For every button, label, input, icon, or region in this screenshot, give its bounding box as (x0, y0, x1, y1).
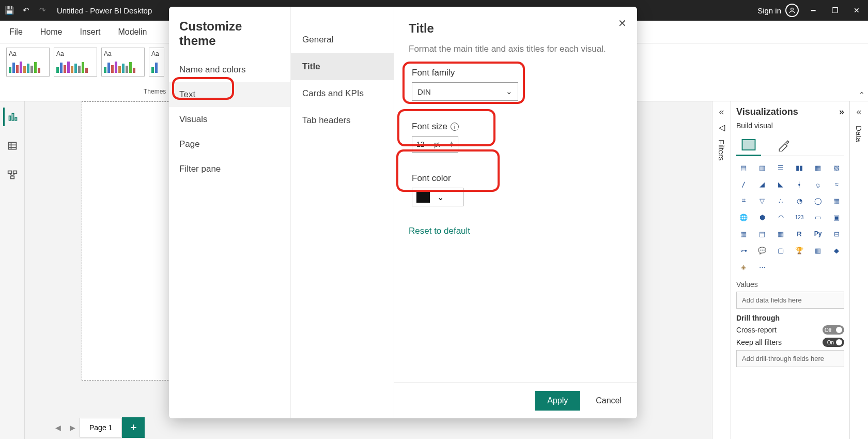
modal-nav-name-colors[interactable]: Name and colors (169, 57, 290, 82)
waterfall-icon[interactable]: ⌗ (736, 194, 751, 207)
treemap-icon[interactable]: ▦ (829, 194, 844, 207)
expand-filters-icon[interactable]: « (719, 107, 724, 117)
filled-map-icon[interactable]: ⬢ (755, 211, 769, 223)
py-visual-icon[interactable]: Py (811, 228, 825, 240)
font-family-select[interactable]: DIN ⌄ (412, 82, 518, 101)
report-view-button[interactable] (3, 108, 22, 126)
save-icon[interactable]: 💾 (4, 5, 14, 16)
gauge-icon[interactable]: 123 (792, 211, 807, 223)
cross-report-label: Cross-report (736, 326, 777, 334)
ribbon-tab-file[interactable]: File (9, 27, 23, 37)
close-dialog-button[interactable]: ✕ (618, 17, 627, 29)
theme-thumb[interactable]: Aa (149, 48, 164, 77)
close-window-button[interactable]: ✕ (849, 3, 864, 18)
r-visual-icon[interactable]: R (792, 228, 807, 240)
cancel-button[interactable]: Cancel (596, 396, 622, 405)
collapse-viz-icon[interactable]: » (839, 107, 844, 117)
redo-icon[interactable]: ↷ (37, 5, 48, 16)
modal-subnav-title[interactable]: Title (291, 53, 394, 80)
kpi-icon[interactable]: ▦ (736, 228, 751, 240)
spinner-icon[interactable]: ▲▼ (450, 141, 454, 148)
modal-left-nav: Customize theme Name and colors Text Vis… (169, 7, 291, 418)
modal-subnav-tab-headers[interactable]: Tab headers (291, 107, 394, 134)
drill-through-drop-zone[interactable]: Add drill-through fields here (736, 350, 844, 367)
ribbon-tab-home[interactable]: Home (40, 27, 63, 37)
customize-theme-dialog: Customize theme Name and colors Text Vis… (169, 7, 637, 418)
azure-map-icon[interactable]: ◠ (773, 211, 788, 223)
narrative-icon[interactable]: ▢ (773, 244, 788, 256)
modal-nav-visuals[interactable]: Visuals (169, 107, 290, 132)
values-drop-zone[interactable]: Add data fields here (736, 292, 844, 309)
window-title: Untitled - Power BI Desktop (57, 6, 152, 15)
ribbon-tab-insert[interactable]: Insert (80, 27, 100, 37)
table-icon[interactable]: ▦ (773, 228, 788, 240)
font-size-input[interactable]: 12 pt ▲▼ (412, 136, 458, 153)
more-visuals-icon[interactable]: ⋯ (755, 261, 769, 273)
data-panel-collapsed[interactable]: « Data (849, 101, 868, 439)
model-view-button[interactable] (3, 165, 22, 184)
add-page-button[interactable]: + (122, 417, 145, 438)
card-icon[interactable]: ▭ (811, 211, 825, 223)
ribbon-expand-icon[interactable]: ⌃ (859, 90, 865, 99)
stacked-bar-icon[interactable]: ▤ (736, 161, 751, 174)
format-visual-tab[interactable] (771, 134, 796, 156)
line-column-icon[interactable]: ⍿ (792, 178, 807, 190)
modal-subnav-cards-kpis[interactable]: Cards and KPIs (291, 80, 394, 107)
page-next-button[interactable]: ▶ (65, 423, 80, 432)
qa-icon[interactable]: 💬 (755, 244, 769, 256)
apply-button[interactable]: Apply (535, 391, 580, 411)
scatter-icon[interactable]: ∴ (773, 194, 788, 207)
power-apps-icon[interactable]: ◆ (829, 244, 844, 256)
multi-card-icon[interactable]: ▣ (829, 211, 844, 223)
map-icon[interactable]: 🌐 (736, 211, 751, 223)
filters-panel-label: Filters (717, 140, 726, 161)
decomposition-icon[interactable]: ⊶ (736, 244, 751, 256)
drill-through-label: Drill through (736, 314, 844, 322)
modal-subnav-general[interactable]: General (291, 26, 394, 53)
goals-icon[interactable]: 🏆 (792, 244, 807, 256)
filters-funnel-icon: ◁ (719, 123, 725, 132)
theme-thumb[interactable]: Aa (54, 48, 97, 77)
keep-filters-toggle[interactable]: On (823, 338, 844, 347)
table-view-button[interactable] (3, 137, 22, 155)
undo-icon[interactable]: ↶ (21, 5, 31, 16)
page-prev-button[interactable]: ◀ (51, 423, 65, 432)
donut-icon[interactable]: ◯ (811, 194, 825, 207)
funnel-icon[interactable]: ▽ (755, 194, 769, 207)
stacked-area-icon[interactable]: ◣ (773, 178, 788, 190)
clustered-column-icon[interactable]: ▮▮ (792, 161, 807, 174)
theme-thumb[interactable]: Aa (6, 48, 50, 77)
hundred-bar-icon[interactable]: ▦ (811, 161, 825, 174)
paginated-icon[interactable]: ▥ (811, 244, 825, 256)
line-clustered-icon[interactable]: ⍶ (811, 178, 825, 190)
themes-gallery[interactable]: Aa Aa Aa Aa (6, 48, 164, 77)
key-influencers-icon[interactable]: ⊟ (829, 228, 844, 240)
sign-in-button[interactable]: Sign in (757, 4, 799, 17)
pie-icon[interactable]: ◔ (792, 194, 807, 207)
line-chart-icon[interactable]: 〳 (736, 178, 751, 190)
hundred-column-icon[interactable]: ▧ (829, 161, 844, 174)
filters-panel-collapsed[interactable]: « ◁ Filters (712, 101, 731, 439)
svg-rect-9 (13, 171, 17, 174)
clustered-bar-icon[interactable]: ☰ (773, 161, 788, 174)
power-automate-icon[interactable]: ◈ (736, 261, 751, 273)
modal-nav-filter-pane[interactable]: Filter pane (169, 157, 290, 181)
font-color-picker[interactable]: ⌄ (412, 188, 463, 206)
minimize-button[interactable]: ━ (806, 3, 820, 18)
cross-report-toggle[interactable]: Off (823, 325, 844, 335)
modal-nav-page[interactable]: Page (169, 132, 290, 157)
modal-nav-text[interactable]: Text (169, 82, 290, 107)
theme-thumb[interactable]: Aa (101, 48, 145, 77)
ribbon-tab-modeling[interactable]: Modelin (118, 27, 147, 37)
font-size-value: 12 (416, 140, 425, 148)
build-visual-tab[interactable] (736, 134, 761, 156)
page-tab-1[interactable]: Page 1 (80, 418, 122, 437)
info-icon[interactable]: i (451, 123, 459, 131)
expand-data-icon[interactable]: « (856, 107, 861, 117)
ribbon-chart-icon[interactable]: ≈ (829, 178, 844, 190)
reset-to-default-link[interactable]: Reset to default (409, 226, 621, 236)
area-chart-icon[interactable]: ◢ (755, 178, 769, 190)
maximize-button[interactable]: ❐ (828, 3, 842, 18)
slicer-icon[interactable]: ▤ (755, 228, 769, 240)
stacked-column-icon[interactable]: ▥ (755, 161, 769, 174)
